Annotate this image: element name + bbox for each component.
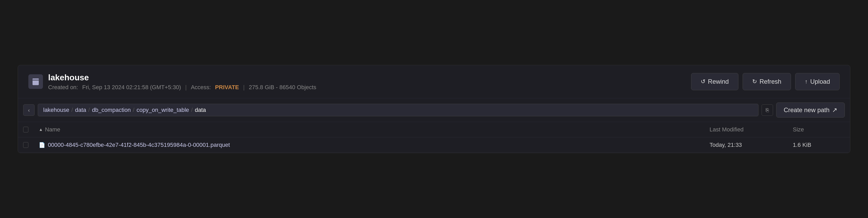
breadcrumb-sep-2: / <box>133 107 134 113</box>
breadcrumb-path: lakehouse / data / db_compaction / copy_… <box>38 104 758 116</box>
refresh-button[interactable]: ↻ Refresh <box>743 73 791 90</box>
file-last-modified: Today, 21:33 <box>710 142 742 148</box>
create-new-path-button[interactable]: Create new path ↗ <box>776 103 845 117</box>
file-icon: 📄 <box>39 142 45 148</box>
back-button[interactable]: ‹ <box>23 104 35 116</box>
upload-label: Upload <box>810 78 830 85</box>
created-label: Created on: <box>48 84 78 91</box>
copy-path-button[interactable]: ⎘ <box>762 104 773 116</box>
row-size-cell: 1.6 KiB <box>787 142 850 148</box>
select-all-checkbox[interactable] <box>23 127 28 133</box>
refresh-icon: ↻ <box>752 78 757 85</box>
breadcrumb-current: data <box>195 107 206 113</box>
file-name[interactable]: 00000-4845-c780efbe-42e7-41f2-845b-4c375… <box>48 142 230 148</box>
file-size: 1.6 KiB <box>793 142 811 148</box>
sort-asc-icon: ▲ <box>39 127 43 132</box>
column-size-label: Size <box>793 126 804 133</box>
storage-info: 275.8 GiB - 86540 Objects <box>249 84 316 91</box>
table-row[interactable]: 📄 00000-4845-c780efbe-42e7-41f2-845b-4c3… <box>18 137 850 153</box>
breadcrumb-segment-1[interactable]: data <box>75 107 86 113</box>
header-name-cell[interactable]: ▲ Name <box>34 126 704 133</box>
upload-button[interactable]: ↑ Upload <box>795 73 840 90</box>
breadcrumb-segment-0[interactable]: lakehouse <box>43 107 69 113</box>
row-checkbox-cell <box>18 142 34 148</box>
header-buttons: ↺ Rewind ↻ Refresh ↑ Upload <box>691 73 840 90</box>
file-table: ▲ Name Last Modified Size 📄 00000-4845-c… <box>18 122 850 153</box>
rewind-icon: ↺ <box>701 78 705 85</box>
row-name-cell: 📄 00000-4845-c780efbe-42e7-41f2-845b-4c3… <box>34 142 704 148</box>
meta-separator-2: | <box>243 84 245 91</box>
rewind-button[interactable]: ↺ Rewind <box>691 73 738 90</box>
access-value: PRIVATE <box>215 84 239 91</box>
column-last-modified-label: Last Modified <box>710 126 744 133</box>
created-date: Fri, Sep 13 2024 02:21:58 (GMT+5:30) <box>82 84 181 91</box>
breadcrumb-segment-2[interactable]: db_compaction <box>92 107 131 113</box>
breadcrumb-bar: ‹ lakehouse / data / db_compaction / cop… <box>18 98 850 122</box>
header-last-modified-cell: Last Modified <box>704 126 787 133</box>
upload-icon: ↑ <box>805 78 808 85</box>
access-label: Access: <box>191 84 211 91</box>
breadcrumb-segment-3[interactable]: copy_on_write_table <box>136 107 189 113</box>
create-path-icon: ↗ <box>832 106 837 114</box>
create-new-path-label: Create new path <box>784 106 830 114</box>
breadcrumb-sep-0: / <box>71 107 73 113</box>
bucket-icon <box>28 74 43 89</box>
header-checkbox-cell <box>18 126 34 133</box>
breadcrumb-sep-3: / <box>191 107 193 113</box>
bucket-name: lakehouse <box>48 73 316 82</box>
row-checkbox[interactable] <box>23 142 28 148</box>
breadcrumb-sep-1: / <box>88 107 90 113</box>
rewind-label: Rewind <box>708 78 729 85</box>
column-name-label: Name <box>45 126 60 133</box>
meta-separator: | <box>185 84 187 91</box>
refresh-label: Refresh <box>760 78 781 85</box>
row-last-modified-cell: Today, 21:33 <box>704 142 787 148</box>
table-header: ▲ Name Last Modified Size <box>18 122 850 137</box>
header-size-cell: Size <box>787 126 850 133</box>
